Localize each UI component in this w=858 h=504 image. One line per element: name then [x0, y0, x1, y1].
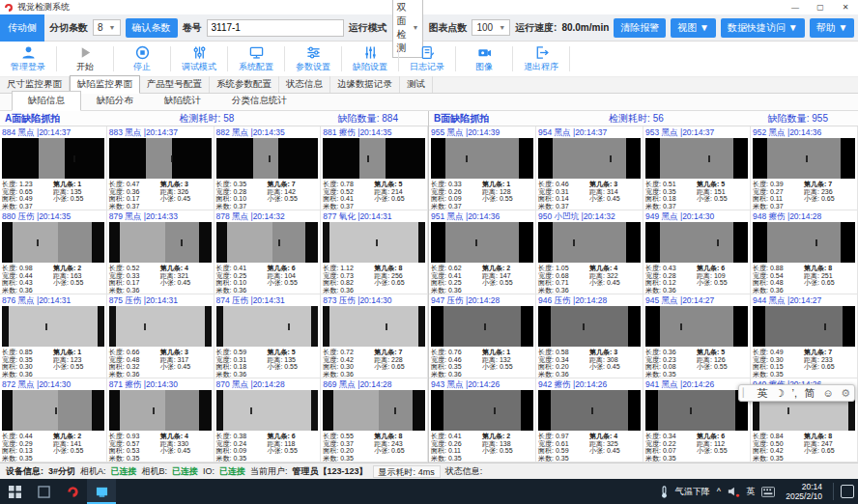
defect-image[interactable]: [538, 306, 641, 347]
defect-cell[interactable]: 944 黑点 |20:14:27 长度: 0.49 宽度: 0.30 面积: 0…: [751, 294, 858, 378]
defect-image[interactable]: [538, 390, 641, 431]
defect-cell[interactable]: 879 黑点 |20:14:33 长度: 0.52 宽度: 0.33 面积: 0…: [107, 210, 214, 294]
exit-program-button[interactable]: 退出程序: [515, 45, 567, 73]
ime-simplified-button[interactable]: 简: [805, 386, 815, 401]
defect-image[interactable]: [109, 306, 212, 347]
defect-image[interactable]: [2, 390, 104, 431]
defect-cell[interactable]: 952 黑点 |20:14:36 长度: 0.39 宽度: 0.27 面积: 0…: [751, 126, 858, 210]
defect-cell[interactable]: 876 黑点 |20:14:31 长度: 0.85 宽度: 0.35 面积: 0…: [0, 294, 107, 378]
clear-alarm-button[interactable]: 清除报警: [614, 18, 666, 38]
view-menu-button[interactable]: 视图 ▼: [671, 18, 716, 38]
defect-image[interactable]: [2, 306, 104, 347]
defect-image[interactable]: [753, 222, 855, 263]
weather-status[interactable]: 气温下降: [675, 486, 710, 498]
tab-测试[interactable]: 测试: [400, 76, 433, 93]
defect-image[interactable]: [109, 222, 212, 263]
tab-系统参数配置[interactable]: 系统参数配置: [210, 76, 279, 93]
defect-cell[interactable]: 870 黑点 |20:14:28 长度: 0.38 宽度: 0.24 面积: 0…: [214, 378, 322, 462]
touch-keyboard-icon[interactable]: [761, 487, 775, 497]
start-button[interactable]: 开始: [59, 45, 111, 73]
close-button[interactable]: ✕: [833, 0, 858, 14]
defect-image[interactable]: [538, 138, 641, 179]
admin-login-button[interactable]: 管理登录: [2, 45, 54, 73]
defect-cell[interactable]: 947 压伤 |20:14:28 长度: 0.76 宽度: 0.46 面积: 0…: [429, 294, 536, 378]
defect-cell[interactable]: 880 压伤 |20:14:35 长度: 0.98 宽度: 0.44 面积: 0…: [0, 210, 107, 294]
defect-image[interactable]: [323, 390, 425, 431]
drive-side-button[interactable]: 传动侧: [0, 14, 44, 42]
defect-cell[interactable]: 874 压伤 |20:14:31 长度: 0.59 宽度: 0.31 面积: 0…: [214, 294, 322, 378]
defect-image[interactable]: [216, 222, 319, 263]
defect-cell[interactable]: 948 擦伤 |20:14:28 长度: 0.88 宽度: 0.54 面积: 0…: [751, 210, 858, 294]
debug-mode-button[interactable]: 调试模式: [173, 45, 225, 73]
app-taskbar-icon[interactable]: [58, 479, 87, 504]
defect-cell[interactable]: 953 黑点 |20:14:37 长度: 0.51 宽度: 0.35 面积: 0…: [644, 126, 751, 210]
maximize-button[interactable]: ▢: [808, 0, 833, 14]
minimize-button[interactable]: —: [783, 0, 808, 14]
defect-cell[interactable]: 877 氧化 |20:14:31 长度: 1.12 宽度: 0.73 面积: 0…: [321, 210, 428, 294]
tray-expand-icon[interactable]: ^: [717, 487, 721, 496]
defect-cell[interactable]: 869 黑点 |20:14:28 长度: 0.55 宽度: 0.37 面积: 0…: [321, 378, 428, 462]
defect-image[interactable]: [431, 306, 533, 347]
tab-边缘数据记录[interactable]: 边缘数据记录: [330, 76, 400, 93]
defect-image[interactable]: [645, 306, 748, 347]
subtab-分类信息统计[interactable]: 分类信息统计: [216, 92, 302, 110]
defect-cell[interactable]: 871 擦伤 |20:14:30 长度: 0.93 宽度: 0.57 面积: 0…: [107, 378, 214, 462]
defect-cell[interactable]: 881 擦伤 |20:14:35 长度: 0.78 宽度: 0.52 面积: 0…: [321, 126, 428, 210]
defect-image[interactable]: [216, 138, 319, 179]
roll-input[interactable]: [207, 19, 344, 37]
defect-cell[interactable]: 951 黑点 |20:14:36 长度: 0.62 宽度: 0.41 面积: 0…: [429, 210, 536, 294]
defect-image[interactable]: [323, 306, 425, 347]
moon-icon[interactable]: ☽: [775, 387, 785, 400]
defect-image[interactable]: [323, 222, 425, 263]
defect-cell[interactable]: 872 黑点 |20:14:30 长度: 0.44 宽度: 0.29 面积: 0…: [0, 378, 107, 462]
tab-状态信息[interactable]: 状态信息: [279, 76, 330, 93]
image-button[interactable]: 图像: [458, 45, 510, 73]
emoji-icon[interactable]: ☺: [822, 387, 833, 399]
defect-image[interactable]: [109, 390, 212, 431]
defect-image[interactable]: [431, 222, 533, 263]
defect-image[interactable]: [645, 222, 748, 263]
defect-image[interactable]: [431, 390, 533, 431]
log-record-button[interactable]: 日志记录: [401, 45, 453, 73]
subtab-缺陷统计[interactable]: 缺陷统计: [149, 92, 216, 110]
defect-cell[interactable]: 873 压伤 |20:14:30 长度: 0.72 宽度: 0.42 面积: 0…: [321, 294, 428, 378]
system-config-button[interactable]: 系统配置: [230, 45, 282, 73]
defect-cell[interactable]: 946 压伤 |20:14:28 长度: 0.58 宽度: 0.34 面积: 0…: [536, 294, 644, 378]
defect-image[interactable]: [323, 138, 425, 179]
defect-image[interactable]: [645, 138, 748, 179]
confirm-count-button[interactable]: 确认条数: [126, 18, 178, 38]
defect-image[interactable]: [645, 390, 748, 431]
defect-cell[interactable]: 878 黑点 |20:14:32 长度: 0.41 宽度: 0.25 面积: 0…: [214, 210, 322, 294]
ime-english-button[interactable]: 英: [757, 386, 767, 401]
defect-cell[interactable]: 875 压伤 |20:14:31 长度: 0.66 宽度: 0.48 面积: 0…: [107, 294, 214, 378]
gear-icon[interactable]: ⚙: [841, 387, 850, 400]
defect-image[interactable]: [2, 138, 104, 179]
chart-points-select[interactable]: 100▼: [472, 19, 510, 36]
strip-count-select[interactable]: 8▼: [93, 19, 121, 36]
defect-cell[interactable]: 945 黑点 |20:14:27 长度: 0.36 宽度: 0.23 面积: 0…: [644, 294, 751, 378]
defect-image[interactable]: [753, 138, 855, 179]
defect-cell[interactable]: 950 小凹坑 |20:14:32 长度: 1.05 宽度: 0.68 面积: …: [536, 210, 644, 294]
defect-cell[interactable]: 955 黑点 |20:14:39 长度: 0.33 宽度: 0.26 面积: 0…: [429, 126, 536, 210]
defect-cell[interactable]: 882 黑点 |20:14:35 长度: 0.35 宽度: 0.28 面积: 0…: [214, 126, 322, 210]
defect-image[interactable]: [2, 222, 104, 263]
defect-settings-button[interactable]: 缺陷设置: [344, 45, 396, 73]
ime-punctuation-button[interactable]: ’,: [792, 387, 798, 399]
active-app-taskbar-icon[interactable]: [87, 479, 116, 504]
clock[interactable]: 20:14 2025/2/10: [782, 482, 826, 501]
defect-image[interactable]: [753, 306, 855, 347]
defect-cell[interactable]: 943 黑点 |20:14:26 长度: 0.41 宽度: 0.26 面积: 0…: [429, 378, 536, 462]
volume-icon[interactable]: ●: [728, 486, 739, 498]
defect-cell[interactable]: 884 黑点 |20:14:37 长度: 1.23 宽度: 0.65 面积: 0…: [0, 126, 107, 210]
notification-center-icon[interactable]: [841, 485, 854, 498]
ime-grip-handle[interactable]: ▏: [743, 388, 750, 398]
defect-cell[interactable]: 942 擦伤 |20:14:26 长度: 0.97 宽度: 0.61 面积: 0…: [536, 378, 644, 462]
data-quick-access-menu-button[interactable]: 数据快捷访问 ▼: [721, 18, 805, 38]
subtab-缺陷信息[interactable]: 缺陷信息: [12, 91, 81, 111]
defect-image[interactable]: [109, 138, 212, 179]
param-settings-button[interactable]: 参数设置: [287, 45, 339, 73]
stop-button[interactable]: 停止: [116, 45, 168, 73]
ime-language-indicator[interactable]: 英: [746, 486, 755, 498]
defect-image[interactable]: [216, 390, 319, 431]
task-view-icon[interactable]: [29, 479, 58, 504]
